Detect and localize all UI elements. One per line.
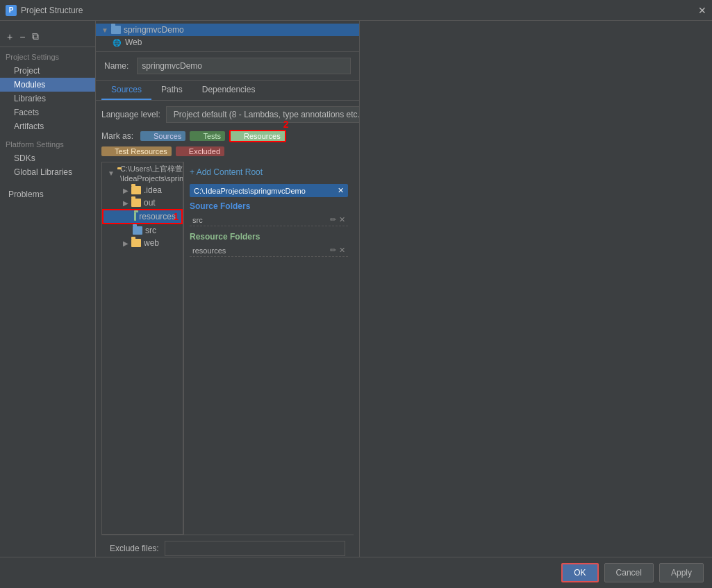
tabs-bar: Sources Paths Dependencies — [96, 81, 359, 101]
resources-folder-entry: resources ✏ ✕ — [190, 244, 348, 257]
exclude-files-label: Exclude files: — [110, 544, 159, 553]
test-resources-color-icon — [106, 149, 113, 154]
sources-main: Name: Sources Paths Dependencies Languag… — [96, 52, 359, 588]
add-button[interactable]: + — [6, 30, 14, 44]
apply-button[interactable]: Apply — [659, 563, 704, 582]
left-panel: ▼ springmvcDemo 🌐 Web Name: — [96, 21, 360, 588]
src-entry-label: src — [192, 216, 203, 224]
module-folder-icon — [111, 26, 121, 34]
sidebar-item-facets[interactable]: Facets — [0, 106, 95, 119]
out-folder-icon — [131, 199, 141, 207]
exclude-files-input[interactable] — [165, 541, 345, 556]
sidebar-toolbar: + − ⧉ — [0, 26, 95, 47]
resources-edit-button[interactable]: ✏ — [330, 246, 336, 255]
badge-test-resources-label: Test Resources — [115, 147, 167, 156]
language-level-label: Language level: — [101, 110, 160, 119]
sidebar-item-modules[interactable]: Modules — [0, 78, 95, 92]
out-label: out — [144, 198, 156, 208]
main-container: + − ⧉ Project Settings Project Modules L… — [0, 21, 712, 588]
title-bar: P Project Structure ✕ — [0, 0, 712, 21]
content-root-path-label: C:\.IdeaProjects\springmvcDemo — [194, 187, 306, 195]
annotation-2: 2 — [283, 119, 289, 130]
src-folder-icon — [133, 226, 142, 235]
badge-tests[interactable]: Tests — [190, 131, 225, 141]
name-input[interactable] — [137, 58, 351, 74]
project-settings-label: Project Settings — [0, 51, 95, 64]
source-tree-panel: ▼ C:\Users\上官梓萱\IdeaProjects\springmvcDe… — [101, 162, 354, 535]
source-folders-section: Source Folders src ✏ ✕ — [190, 201, 348, 226]
name-bar: Name: — [96, 52, 359, 81]
resources-entry-label: resources — [192, 246, 226, 255]
content-root-close-icon[interactable]: ✕ — [338, 186, 344, 195]
badge-test-resources[interactable]: Test Resources — [101, 146, 172, 156]
resources-remove-button[interactable]: ✕ — [339, 246, 345, 255]
sources-color-icon — [144, 133, 151, 139]
module-web-label: Web — [125, 37, 142, 47]
idea-expand-icon: ▶ — [123, 187, 129, 194]
tests-color-icon — [194, 133, 201, 139]
resources-folder-actions: ✏ ✕ — [330, 246, 345, 255]
ok-button[interactable]: OK — [561, 563, 598, 582]
excluded-color-icon — [180, 149, 187, 154]
sidebar-item-libraries[interactable]: Libraries — [0, 92, 95, 106]
module-tree-web[interactable]: 🌐 Web — [96, 36, 359, 49]
language-level-select[interactable]: Project default (8 - Lambdas, type annot… — [166, 106, 359, 123]
window-title: Project Structure — [21, 6, 83, 15]
resource-folders-section: Resource Folders resources ✏ ✕ — [190, 232, 348, 257]
tab-sources[interactable]: Sources — [101, 81, 151, 100]
web-expand-icon: ▶ — [123, 240, 129, 247]
action-buttons: OK Cancel Apply — [0, 557, 712, 588]
name-label: Name: — [104, 61, 129, 71]
src-label: src — [145, 226, 156, 235]
file-tree-out[interactable]: ▶ out — [102, 196, 183, 209]
sidebar-item-artifacts[interactable]: Artifacts — [0, 119, 95, 133]
content-root-path: C:\.IdeaProjects\springmvcDemo ✕ — [190, 184, 348, 197]
badge-resources-label: Resources — [244, 132, 281, 140]
out-expand-icon: ▶ — [123, 199, 129, 207]
mark-as-label: Mark as: — [101, 131, 133, 141]
badge-tests-label: Tests — [203, 132, 221, 140]
badge-excluded-label: Excluded — [189, 147, 220, 156]
idea-folder-icon — [131, 186, 141, 194]
sidebar-item-problems[interactable]: Problems — [0, 187, 95, 201]
src-edit-button[interactable]: ✏ — [330, 215, 336, 224]
web-folder-icon — [131, 239, 141, 247]
sidebar-item-project[interactable]: Project — [0, 64, 95, 78]
tab-dependencies[interactable]: Dependencies — [192, 81, 265, 100]
resources-color-icon — [235, 133, 242, 139]
resources-label: resources — [139, 212, 176, 221]
sidebar-item-sdks[interactable]: SDKs — [0, 151, 95, 165]
copy-button[interactable]: ⧉ — [31, 29, 40, 44]
file-tree[interactable]: ▼ C:\Users\上官梓萱\IdeaProjects\springmvcDe… — [101, 162, 183, 535]
file-tree-web[interactable]: ▶ web — [102, 237, 183, 249]
add-content-root-button[interactable]: + Add Content Root — [190, 167, 348, 177]
sources-panel: Language level: Project default (8 - Lam… — [96, 101, 359, 588]
file-tree-resources[interactable]: resources 1 — [102, 209, 183, 224]
tree-expand-icon: ▼ — [101, 26, 108, 34]
close-button[interactable]: ✕ — [698, 5, 706, 16]
content-split: ▼ springmvcDemo 🌐 Web Name: — [96, 21, 712, 588]
src-remove-button[interactable]: ✕ — [339, 215, 345, 224]
src-folder-entry: src ✏ ✕ — [190, 214, 348, 226]
web-label: web — [144, 238, 159, 248]
badge-sources-label: Sources — [154, 132, 181, 140]
file-tree-idea[interactable]: ▶ .idea — [102, 184, 183, 196]
module-root-label: springmvcDemo — [124, 25, 184, 35]
remove-button[interactable]: − — [18, 30, 26, 44]
source-folders-title: Source Folders — [190, 201, 348, 211]
platform-settings-label: Platform Settings — [0, 139, 95, 151]
file-tree-src[interactable]: src — [102, 224, 183, 237]
sidebar-item-global-libraries[interactable]: Global Libraries — [0, 165, 95, 179]
badge-excluded[interactable]: Excluded — [176, 146, 224, 156]
resource-folders-title: Resource Folders — [190, 232, 348, 242]
file-tree-root[interactable]: ▼ C:\Users\上官梓萱\IdeaProjects\springmvcDe… — [102, 162, 183, 184]
cancel-button[interactable]: Cancel — [604, 563, 654, 582]
mark-as-row: Mark as: Sources Tests — [101, 130, 354, 156]
badge-sources[interactable]: Sources — [140, 131, 185, 141]
module-tree-root[interactable]: ▼ springmvcDemo — [96, 24, 359, 36]
tab-paths[interactable]: Paths — [151, 81, 192, 100]
root-path-label: C:\Users\上官梓萱\IdeaProjects\springmvcDemo — [120, 164, 183, 183]
src-folder-actions: ✏ ✕ — [330, 215, 345, 224]
annotation-1: 1 — [173, 211, 179, 222]
badge-resources[interactable]: Resources 2 — [229, 130, 286, 142]
